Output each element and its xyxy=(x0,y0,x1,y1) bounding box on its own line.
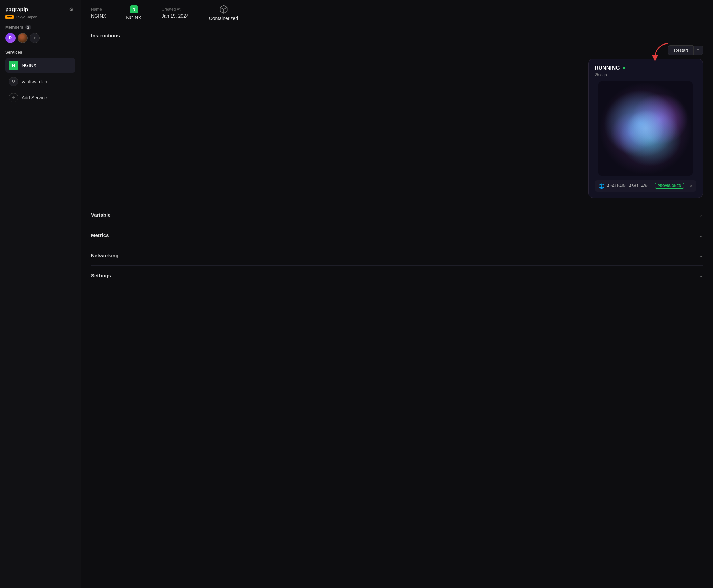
variable-section-header[interactable]: Variable ⌄ xyxy=(91,212,703,218)
header-name-label: Name xyxy=(91,7,102,12)
top-header: Name NGINX N NGINX Created At Jan 19, 20… xyxy=(81,0,713,26)
sidebar-item-nginx[interactable]: N NGINX xyxy=(5,58,75,73)
running-card: RUNNING 2h ago 🌐 4e4fb46a-43d1-43a… xyxy=(588,59,703,198)
restart-button[interactable]: Restart xyxy=(668,45,693,55)
card-uuid: 4e4fb46a-43d1-43a… xyxy=(607,184,651,188)
metrics-title: Metrics xyxy=(91,232,109,238)
instructions-section: Instructions xyxy=(91,26,703,205)
sidebar-item-label-vaultwarden: vaultwarden xyxy=(22,79,47,84)
add-service-label: Add Service xyxy=(22,95,47,101)
sections-container: Instructions xyxy=(81,26,713,588)
services-section: Services N NGINX V vaultwarden + Add Ser… xyxy=(5,50,75,107)
card-footer: 🌐 4e4fb46a-43d1-43a… PROVISIONED × xyxy=(595,181,696,191)
close-icon[interactable]: × xyxy=(690,184,692,188)
main-content: Name NGINX N NGINX Created At Jan 19, 20… xyxy=(81,0,713,588)
networking-section-header[interactable]: Networking ⌄ xyxy=(91,252,703,258)
networking-chevron-icon: ⌄ xyxy=(698,252,703,258)
instructions-title: Instructions xyxy=(91,33,120,38)
app-container: pagrapip ⚙ aws Tokyo, Japan Members 2 P … xyxy=(0,0,713,588)
project-header: pagrapip ⚙ xyxy=(5,7,75,13)
instructions-content: Restart ⌃ RUNNING 2h ago xyxy=(91,45,703,198)
header-icon-col: N NGINX xyxy=(126,5,141,20)
header-created-label: Created At xyxy=(162,7,181,12)
members-row: P + xyxy=(5,33,75,43)
settings-section-header[interactable]: Settings ⌄ xyxy=(91,272,703,279)
region-label: Tokyo, Japan xyxy=(16,15,37,19)
running-time: 2h ago xyxy=(595,72,696,77)
restart-button-area: Restart ⌃ xyxy=(668,45,703,55)
metrics-section: Metrics ⌄ xyxy=(91,225,703,246)
sidebar: pagrapip ⚙ aws Tokyo, Japan Members 2 P … xyxy=(0,0,81,588)
avatar-member-2 xyxy=(18,33,28,43)
header-type-value: Containerized xyxy=(209,16,238,21)
restart-expand-button[interactable]: ⌃ xyxy=(693,45,703,55)
gear-icon[interactable]: ⚙ xyxy=(69,7,75,13)
metrics-section-header[interactable]: Metrics ⌄ xyxy=(91,232,703,238)
member-count: 2 xyxy=(25,25,32,30)
running-header: RUNNING xyxy=(595,65,696,71)
add-member-button[interactable]: + xyxy=(30,33,40,43)
provisioned-badge: PROVISIONED xyxy=(655,183,684,189)
networking-title: Networking xyxy=(91,253,119,258)
add-service-button[interactable]: + Add Service xyxy=(5,90,75,105)
header-created-col: Created At Jan 19, 2024 xyxy=(162,7,189,19)
containerized-icon xyxy=(219,5,228,14)
header-name-value: NGINX xyxy=(91,13,106,19)
settings-title: Settings xyxy=(91,273,111,278)
swirl-overlay xyxy=(598,81,693,176)
project-name: pagrapip xyxy=(5,7,28,13)
running-status-label: RUNNING xyxy=(595,65,620,71)
project-region: aws Tokyo, Japan xyxy=(5,15,75,19)
header-created-value: Jan 19, 2024 xyxy=(162,13,189,19)
sidebar-item-vaultwarden[interactable]: V vaultwarden xyxy=(5,74,75,89)
header-name-col: Name NGINX xyxy=(91,7,106,19)
metrics-chevron-icon: ⌄ xyxy=(698,232,703,238)
networking-section: Networking ⌄ xyxy=(91,246,703,266)
variable-section: Variable ⌄ xyxy=(91,205,703,225)
nginx-header-icon: N xyxy=(130,5,138,14)
services-section-title: Services xyxy=(5,50,75,55)
settings-chevron-icon: ⌄ xyxy=(698,272,703,279)
aws-badge: aws xyxy=(5,15,14,19)
members-section-title: Members 2 xyxy=(5,25,75,30)
variable-chevron-icon: ⌄ xyxy=(698,212,703,218)
nginx-icon: N xyxy=(9,61,18,70)
header-icon-value: NGINX xyxy=(126,15,141,20)
instructions-section-header[interactable]: Instructions xyxy=(91,33,703,38)
header-type-col: Containerized xyxy=(209,5,238,21)
swirl-visualization xyxy=(598,81,693,176)
sidebar-item-label-nginx: NGINX xyxy=(22,63,36,68)
settings-section: Settings ⌄ xyxy=(91,266,703,286)
globe-icon: 🌐 xyxy=(599,184,605,189)
running-status-dot xyxy=(623,67,625,69)
variable-title: Variable xyxy=(91,212,110,218)
avatar-member-1: P xyxy=(5,33,16,43)
add-service-icon: + xyxy=(9,93,18,103)
vault-icon: V xyxy=(9,77,18,86)
